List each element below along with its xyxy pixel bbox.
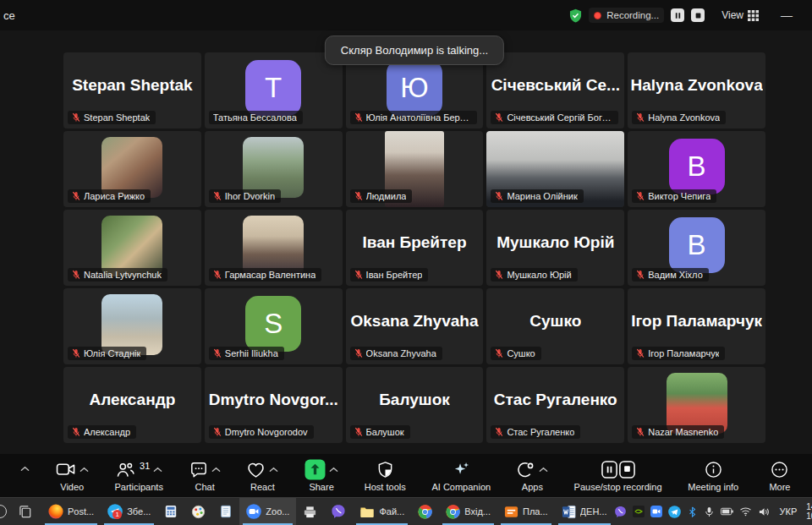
participant-tile[interactable]: Natalia Lytvynchuk: [63, 210, 201, 286]
participant-tile[interactable]: Nazar Masnenko: [628, 367, 765, 443]
microphone-icon[interactable]: [704, 506, 715, 517]
participant-name-label: Мушкало Юрій: [491, 268, 577, 282]
more-icon: [771, 461, 788, 479]
wifi-icon[interactable]: [739, 506, 752, 517]
participant-tile[interactable]: SSerhii Iliukha: [205, 288, 343, 364]
video-caret-icon[interactable]: [80, 467, 89, 473]
taskbar-app-calculator[interactable]: [157, 498, 184, 525]
react-caret-icon[interactable]: [269, 467, 278, 473]
taskbar-app-word[interactable]: ДЕН...: [555, 498, 614, 525]
toolbar-host-tools[interactable]: Host tools: [365, 460, 406, 492]
calculator-icon: [164, 505, 178, 518]
toolbar-video[interactable]: Video: [56, 460, 89, 492]
participant-tile[interactable]: Гармасар Валентина: [205, 210, 343, 286]
minimize-button[interactable]: —: [781, 8, 793, 22]
toolbar-react[interactable]: React: [246, 460, 278, 492]
toolbar-share[interactable]: Share: [304, 460, 338, 492]
participant-name-text: Александр: [84, 427, 130, 437]
participant-tile[interactable]: Ігор ПаламарчукІгор Паламарчук: [628, 288, 765, 364]
view-button[interactable]: View: [721, 9, 759, 21]
participant-tile[interactable]: Мушкало ЮрійМушкало Юрій: [486, 210, 624, 286]
toolbar-meeting-info[interactable]: Meeting info: [688, 460, 738, 492]
toolbar-apps-label: Apps: [522, 482, 543, 492]
participant-tile[interactable]: Стас РугаленкоСтас Ругаленко: [486, 367, 624, 443]
participant-tile[interactable]: Юлія Стаднік: [63, 288, 201, 364]
participant-name-text: Юлія Стаднік: [84, 348, 140, 358]
taskbar-app-telegram[interactable]: 1Збе...: [101, 498, 157, 525]
pause-recording-button[interactable]: [671, 8, 684, 22]
apps-caret-icon[interactable]: [539, 467, 548, 473]
taskbar-app-viber[interactable]: [324, 498, 353, 525]
participant-tile[interactable]: BВиктор Чепига: [628, 131, 765, 207]
task-view-icon[interactable]: [19, 505, 33, 519]
participant-tile[interactable]: Лариса Рижко: [63, 131, 201, 207]
taskbar-clock[interactable]: 14 10.04: [806, 502, 812, 521]
taskbar-app-notepad[interactable]: [212, 498, 239, 525]
participant-tile[interactable]: Stepan SheptakStepan Sheptak: [63, 52, 201, 129]
muted-mic-icon: [213, 270, 222, 280]
zoom-tray-icon[interactable]: [650, 506, 662, 517]
toolbar-more[interactable]: More: [765, 460, 795, 492]
taskbar-app-file-explorer[interactable]: Фай...: [353, 498, 411, 525]
participant-tile[interactable]: Oksana ZhyvahaOksana Zhyvaha: [346, 288, 484, 364]
toolbar-participants[interactable]: 31Participants: [114, 460, 162, 492]
muted-mic-icon: [72, 112, 80, 123]
bluetooth-icon[interactable]: [687, 506, 698, 517]
taskbar-app-fax[interactable]: [296, 498, 324, 525]
nvidia-icon[interactable]: [633, 506, 645, 517]
participant-tile[interactable]: БалушокБалушок: [346, 367, 484, 443]
word-icon: [562, 505, 576, 519]
participants-caret-icon[interactable]: [153, 467, 162, 473]
participant-tile[interactable]: Dmytro Novgor...Dmytro Novgorodov: [205, 367, 343, 443]
participant-tile[interactable]: TТатьяна Бессалова: [205, 52, 343, 129]
heart-icon: [246, 461, 266, 479]
taskbar-app-chrome[interactable]: [411, 498, 439, 525]
info-icon: [705, 461, 722, 479]
participant-display-name: Стас Ругаленко: [494, 391, 617, 419]
audio-options-caret-icon[interactable]: [20, 466, 30, 472]
taskbar-app-firefox[interactable]: Post...: [41, 498, 101, 525]
participant-tile[interactable]: СушкоСушко: [486, 288, 624, 364]
participant-tile[interactable]: Людмила: [346, 131, 484, 207]
taskbar-app-paint[interactable]: [184, 498, 212, 525]
stop-recording-button[interactable]: [691, 8, 705, 22]
muted-mic-icon: [213, 348, 222, 358]
participant-name-text: Serhii Iliukha: [225, 348, 278, 358]
view-label: View: [721, 9, 743, 21]
letter-avatar: S: [245, 296, 301, 352]
participant-tile[interactable]: BВадим Хіхло: [628, 210, 765, 286]
participant-name-text: Halyna Zvonkova: [648, 112, 720, 123]
participant-tile[interactable]: Ihor Dvorkin: [205, 131, 343, 207]
share-caret-icon[interactable]: [329, 467, 338, 473]
toolbar-pause-stop-recording[interactable]: Pause/stop recording: [574, 460, 662, 492]
taskbar-app-zoom[interactable]: Zoo...: [239, 498, 296, 525]
muted-mic-icon: [72, 427, 80, 437]
participant-tile[interactable]: АлександрАлександр: [63, 367, 201, 443]
toolbar-apps[interactable]: Apps: [517, 460, 548, 492]
language-indicator[interactable]: УКР: [780, 506, 798, 517]
search-icon[interactable]: [0, 505, 7, 518]
security-shield-icon[interactable]: [569, 8, 582, 23]
participant-tile[interactable]: Halyna ZvonkovaHalyna Zvonkova: [628, 52, 765, 129]
zoom-icon: [246, 504, 261, 519]
participant-name-text: Ihor Dvorkin: [225, 191, 275, 201]
muted-mic-icon: [495, 427, 503, 437]
battery-icon[interactable]: [721, 507, 733, 516]
meeting-toolbar: Video31ParticipantsChatReactShareHost to…: [0, 454, 812, 497]
speaker-icon[interactable]: [758, 506, 771, 517]
toolbar-chat[interactable]: Chat: [189, 460, 221, 492]
taskbar-app-label: Збе...: [127, 506, 151, 517]
participant-name-text: Oksana Zhyvaha: [366, 348, 436, 358]
toolbar-ai-companion[interactable]: AI Companion: [431, 460, 491, 492]
participant-tile[interactable]: Іван БрейтерІван Брейтер: [346, 210, 484, 286]
viber-tray-icon[interactable]: [614, 506, 627, 518]
participant-tile[interactable]: Марина Олійник: [486, 131, 624, 207]
taskbar-app-orange-doc-app[interactable]: Пла...: [497, 498, 555, 525]
participant-tile[interactable]: Січевський Се...Січевський Сергій Богдан…: [486, 52, 624, 129]
taskbar-app-chrome-profile[interactable]: Вхід...: [439, 498, 497, 525]
telegram-tray-icon[interactable]: [668, 506, 681, 518]
chat-caret-icon[interactable]: [211, 467, 221, 473]
video-stage: Stepan SheptakStepan SheptakTТатьяна Бес…: [0, 30, 812, 454]
toolbar-chat-label: Chat: [195, 482, 215, 492]
participant-name-label: Halyna Zvonkova: [632, 111, 726, 124]
